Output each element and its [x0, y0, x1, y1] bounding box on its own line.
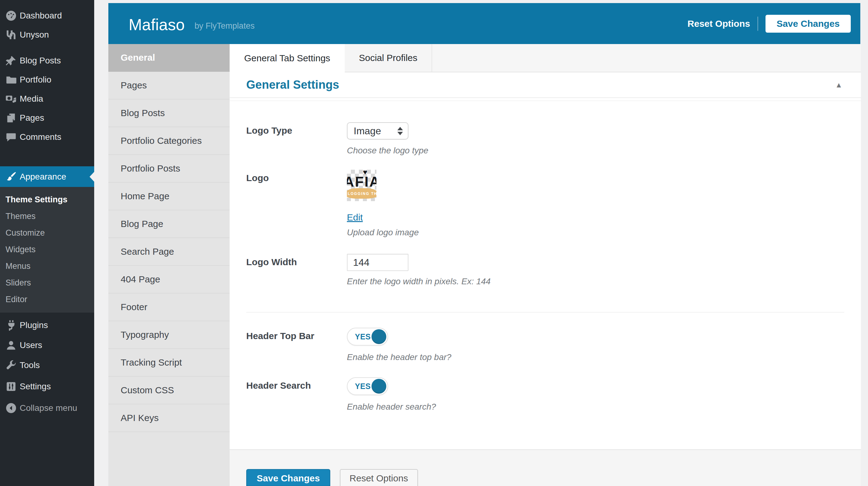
sidebar-item-tools[interactable]: Tools: [0, 355, 94, 375]
sidebar-item-label: Tools: [20, 360, 40, 370]
comment-icon: [5, 131, 17, 143]
sidebar-item-collapse-menu[interactable]: Collapse menu: [0, 398, 94, 418]
logo-hint: Upload logo image: [347, 228, 844, 237]
field-logo: Logo ♥ AFIAS BLOGGING THEME Edit Upload …: [246, 170, 844, 237]
settings-nav-item-general[interactable]: General: [108, 44, 229, 72]
settings-nav-item-portfolio-posts[interactable]: Portfolio Posts: [108, 155, 229, 183]
header-search-toggle[interactable]: YES: [347, 377, 388, 395]
header-top-bar-label: Header Top Bar: [246, 328, 347, 362]
toggle-state-text: YES: [355, 332, 371, 341]
sidebar-item-settings[interactable]: Settings: [0, 376, 94, 396]
settings-nav-item-typography[interactable]: Typography: [108, 321, 229, 349]
logo-width-hint: Enter the logo width in pixels. Ex: 144: [347, 277, 844, 286]
header-divider: [757, 17, 758, 31]
plug-icon: [5, 319, 17, 332]
media-icon: [5, 93, 17, 105]
toggle-knob: [372, 329, 386, 344]
settings-nav-item-pages[interactable]: Pages: [108, 72, 229, 99]
field-header-search: Header Search YES Enable header search?: [246, 377, 844, 412]
sidebar-item-comments[interactable]: Comments: [0, 127, 94, 147]
submenu-item-widgets[interactable]: Widgets: [0, 241, 94, 258]
logo-label: Logo: [246, 170, 347, 237]
header-top-bar-hint: Enable the header top bar?: [347, 352, 844, 362]
submenu-item-themes[interactable]: Themes: [0, 208, 94, 225]
toggle-knob: [372, 379, 386, 394]
sidebar-item-label: Blog Posts: [20, 56, 61, 66]
sidebar-item-label: Media: [20, 94, 43, 104]
logo-preview: ♥ AFIAS BLOGGING THEME: [347, 170, 376, 201]
appearance-submenu: Theme Settings Themes Customize Widgets …: [0, 187, 94, 313]
field-logo-type: Logo Type Image Choose the logo type: [246, 122, 844, 155]
settings-nav-item-api-keys[interactable]: API Keys: [108, 404, 229, 432]
sidebar-item-plugins[interactable]: Plugins: [0, 315, 94, 335]
sidebar-item-label: Settings: [20, 381, 51, 392]
header-top-bar-toggle[interactable]: YES: [347, 328, 388, 346]
submenu-item-editor[interactable]: Editor: [0, 291, 94, 308]
admin-sidebar: Dashboard Unyson Blog Posts Portfolio Me…: [0, 0, 94, 486]
header-reset-options-link[interactable]: Reset Options: [688, 19, 750, 29]
tab-social-profiles[interactable]: Social Profiles: [345, 44, 432, 72]
sidebar-item-label: Pages: [20, 113, 44, 123]
settings-nav-item-portfolio-categories[interactable]: Portfolio Categories: [108, 127, 229, 155]
logo-type-selected-value: Image: [354, 125, 381, 137]
collapse-icon: [5, 402, 17, 414]
header-save-changes-button[interactable]: Save Changes: [766, 15, 851, 33]
sidebar-item-label: Dashboard: [20, 11, 62, 21]
user-icon: [5, 339, 17, 351]
sliders-icon: [5, 380, 17, 393]
folder-icon: [5, 74, 17, 86]
general-settings-form: Logo Type Image Choose the logo type Log…: [229, 101, 861, 412]
tab-bar: General Tab Settings Social Profiles: [229, 44, 861, 73]
settings-nav-item-footer[interactable]: Footer: [108, 293, 229, 321]
settings-nav-item-404-page[interactable]: 404 Page: [108, 266, 229, 293]
sidebar-item-label: Portfolio: [20, 75, 52, 85]
theme-byline: by FlyTemplates: [194, 16, 254, 31]
header-search-hint: Enable header search?: [347, 402, 844, 412]
logo-wordmark: AFIAS: [347, 175, 376, 189]
sidebar-item-appearance[interactable]: Appearance: [0, 166, 94, 187]
sidebar-item-unyson[interactable]: Unyson: [0, 25, 94, 44]
logo-type-select[interactable]: Image: [347, 122, 408, 140]
submenu-item-theme-settings[interactable]: Theme Settings: [0, 191, 94, 208]
sidebar-item-label: Users: [20, 340, 42, 350]
sidebar-item-label: Comments: [20, 132, 61, 142]
settings-nav: General Pages Blog Posts Portfolio Categ…: [108, 44, 229, 486]
settings-nav-item-blog-posts[interactable]: Blog Posts: [108, 99, 229, 127]
toggle-state-text: YES: [355, 382, 371, 391]
logo-edit-link[interactable]: Edit: [347, 212, 363, 223]
section-collapse-icon[interactable]: ▲: [835, 81, 842, 89]
section-header: General Settings ▲: [229, 73, 861, 98]
field-header-top-bar: Header Top Bar YES Enable the header top…: [246, 328, 844, 362]
settings-nav-item-home-page[interactable]: Home Page: [108, 183, 229, 210]
footer-save-changes-button[interactable]: Save Changes: [246, 469, 330, 486]
pages-icon: [5, 112, 17, 124]
active-menu-arrow: [90, 172, 94, 182]
paintbrush-icon: [5, 171, 17, 183]
logo-width-input[interactable]: [347, 254, 408, 271]
settings-nav-item-custom-css[interactable]: Custom CSS: [108, 377, 229, 404]
logo-type-hint: Choose the logo type: [347, 146, 844, 155]
theme-title: Mafiaso: [129, 15, 185, 33]
sidebar-item-media[interactable]: Media: [0, 89, 94, 108]
sidebar-item-pages[interactable]: Pages: [0, 108, 94, 127]
sidebar-item-blog-posts[interactable]: Blog Posts: [0, 51, 94, 70]
logo-ribbon: BLOGGING THEME: [347, 188, 376, 199]
dashboard-icon: [5, 9, 17, 22]
section-title: General Settings: [246, 78, 339, 91]
sidebar-item-label: Collapse menu: [20, 403, 77, 413]
sidebar-item-dashboard[interactable]: Dashboard: [0, 6, 94, 25]
sidebar-item-users[interactable]: Users: [0, 335, 94, 355]
settings-nav-item-tracking-script[interactable]: Tracking Script: [108, 349, 229, 377]
settings-content: General Tab Settings Social Profiles Gen…: [229, 44, 861, 486]
sidebar-item-portfolio[interactable]: Portfolio: [0, 70, 94, 89]
unyson-icon: [5, 29, 17, 41]
submenu-item-menus[interactable]: Menus: [0, 258, 94, 275]
submenu-item-customize[interactable]: Customize: [0, 225, 94, 241]
logo-width-label: Logo Width: [246, 254, 347, 286]
footer-reset-options-button[interactable]: Reset Options: [340, 469, 418, 486]
settings-nav-item-search-page[interactable]: Search Page: [108, 238, 229, 266]
submenu-item-sliders[interactable]: Sliders: [0, 275, 94, 291]
settings-nav-item-blog-page[interactable]: Blog Page: [108, 210, 229, 238]
tab-general-tab-settings[interactable]: General Tab Settings: [229, 44, 345, 73]
settings-panel: General Settings ▲ Logo Type Image Choos…: [229, 73, 861, 449]
